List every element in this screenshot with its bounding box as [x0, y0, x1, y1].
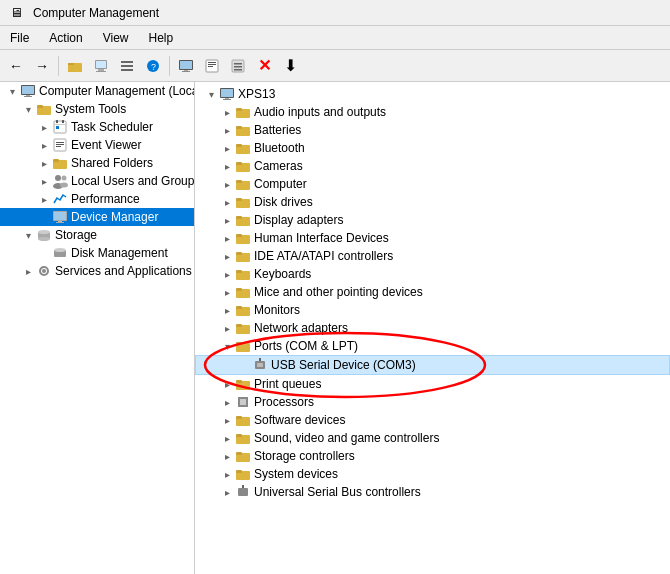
monitors-icon — [235, 302, 251, 318]
toolbar-help-btn[interactable]: ? — [141, 54, 165, 78]
svg-rect-89 — [257, 363, 263, 367]
svg-rect-70 — [236, 198, 242, 201]
tree-services[interactable]: Services and Applications — [0, 262, 194, 280]
toolbar-computer-btn[interactable] — [89, 54, 113, 78]
right-root[interactable]: XPS13 — [195, 82, 670, 103]
tree-shared-folders[interactable]: Shared Folders — [0, 154, 194, 172]
svg-rect-3 — [96, 61, 106, 68]
tree-local-users[interactable]: Local Users and Groups — [0, 172, 194, 190]
right-cameras[interactable]: Cameras — [195, 157, 670, 175]
toolbar-back-btn[interactable]: ← — [4, 54, 28, 78]
right-ports[interactable]: Ports (COM & LPT) — [195, 337, 670, 355]
event-viewer-label: Event Viewer — [71, 138, 141, 152]
device-manager-icon — [52, 209, 68, 225]
display-adapters-label: Display adapters — [254, 213, 343, 227]
right-network[interactable]: Network adapters — [195, 319, 670, 337]
right-batteries[interactable]: Batteries — [195, 121, 670, 139]
svg-rect-87 — [236, 342, 242, 345]
right-usb-serial[interactable]: USB Serial Device (COM3) — [195, 355, 670, 375]
tree-root[interactable]: Computer Management (Local — [0, 82, 194, 100]
tree-storage[interactable]: Storage — [0, 226, 194, 244]
menu-help[interactable]: Help — [139, 26, 184, 49]
svg-rect-45 — [54, 212, 66, 220]
cameras-label: Cameras — [254, 159, 303, 173]
system-tools-label: System Tools — [55, 102, 126, 116]
menu-view[interactable]: View — [93, 26, 139, 49]
right-software-devices[interactable]: Software devices — [195, 411, 670, 429]
right-processors[interactable]: Processors — [195, 393, 670, 411]
ide-expand — [219, 248, 235, 264]
left-panel: Computer Management (Local System Tools … — [0, 82, 195, 574]
right-storage-controllers[interactable]: Storage controllers — [195, 447, 670, 465]
right-mice[interactable]: Mice and other pointing devices — [195, 283, 670, 301]
svg-rect-18 — [208, 66, 213, 67]
tree-device-manager[interactable]: Device Manager — [0, 208, 194, 226]
monitors-label: Monitors — [254, 303, 300, 317]
tree-system-tools[interactable]: System Tools — [0, 100, 194, 118]
toolbar-monitor-btn[interactable] — [174, 54, 198, 78]
right-usb-controllers[interactable]: Universal Serial Bus controllers — [195, 483, 670, 501]
toolbar-list-btn[interactable] — [115, 54, 139, 78]
local-users-icon — [52, 173, 68, 189]
svg-point-43 — [60, 183, 68, 188]
root-expand — [4, 83, 20, 99]
right-panel: XPS13 Audio inputs and outputs Batteries… — [195, 82, 670, 574]
svg-rect-46 — [58, 221, 62, 222]
right-system-devices[interactable]: System devices — [195, 465, 670, 483]
svg-rect-78 — [236, 270, 242, 273]
right-sound[interactable]: Sound, video and game controllers — [195, 429, 670, 447]
toolbar-action-btn[interactable] — [226, 54, 250, 78]
disk-drives-expand — [219, 194, 235, 210]
task-scheduler-expand — [36, 119, 52, 135]
svg-rect-68 — [236, 180, 242, 183]
print-expand — [219, 376, 235, 392]
performance-label: Performance — [71, 192, 140, 206]
disk-management-expand — [36, 245, 52, 261]
software-label: Software devices — [254, 413, 345, 427]
right-audio[interactable]: Audio inputs and outputs — [195, 103, 670, 121]
toolbar-folder-btn[interactable] — [63, 54, 87, 78]
right-display-adapters[interactable]: Display adapters — [195, 211, 670, 229]
usb-expand — [236, 357, 252, 373]
toolbar-delete-btn[interactable]: ✕ — [252, 54, 276, 78]
tree-disk-management[interactable]: Disk Management — [0, 244, 194, 262]
sound-label: Sound, video and game controllers — [254, 431, 439, 445]
right-keyboards[interactable]: Keyboards — [195, 265, 670, 283]
system-dev-icon — [235, 466, 251, 482]
svg-rect-64 — [236, 144, 242, 147]
display-adapters-expand — [219, 212, 235, 228]
audio-label: Audio inputs and outputs — [254, 105, 386, 119]
right-disk-drives[interactable]: Disk drives — [195, 193, 670, 211]
system-dev-expand — [219, 466, 235, 482]
tree-event-viewer[interactable]: Event Viewer — [0, 136, 194, 154]
toolbar-down-btn[interactable]: ⬇ — [278, 54, 302, 78]
system-dev-label: System devices — [254, 467, 338, 481]
right-root-icon — [219, 86, 235, 102]
right-bluetooth[interactable]: Bluetooth — [195, 139, 670, 157]
right-monitors[interactable]: Monitors — [195, 301, 670, 319]
toolbar-props-btn[interactable] — [200, 54, 224, 78]
svg-point-52 — [54, 248, 66, 252]
toolbar-forward-btn[interactable]: → — [30, 54, 54, 78]
right-print-queues[interactable]: Print queues — [195, 375, 670, 393]
right-computer[interactable]: Computer — [195, 175, 670, 193]
processors-expand — [219, 394, 235, 410]
tree-performance[interactable]: Performance — [0, 190, 194, 208]
svg-rect-20 — [234, 63, 242, 65]
svg-rect-1 — [68, 63, 74, 65]
right-hid[interactable]: Human Interface Devices — [195, 229, 670, 247]
tree-task-scheduler[interactable]: Task Scheduler — [0, 118, 194, 136]
svg-rect-12 — [180, 61, 192, 69]
svg-rect-57 — [225, 98, 229, 99]
right-ide[interactable]: IDE ATA/ATAPI controllers — [195, 247, 670, 265]
svg-rect-102 — [236, 470, 242, 473]
svg-point-50 — [38, 237, 50, 241]
software-expand — [219, 412, 235, 428]
svg-rect-84 — [236, 324, 242, 327]
menu-action[interactable]: Action — [39, 26, 92, 49]
hid-expand — [219, 230, 235, 246]
svg-rect-26 — [24, 96, 32, 97]
svg-rect-66 — [236, 162, 242, 165]
svg-rect-4 — [98, 69, 104, 71]
menu-file[interactable]: File — [0, 26, 39, 49]
